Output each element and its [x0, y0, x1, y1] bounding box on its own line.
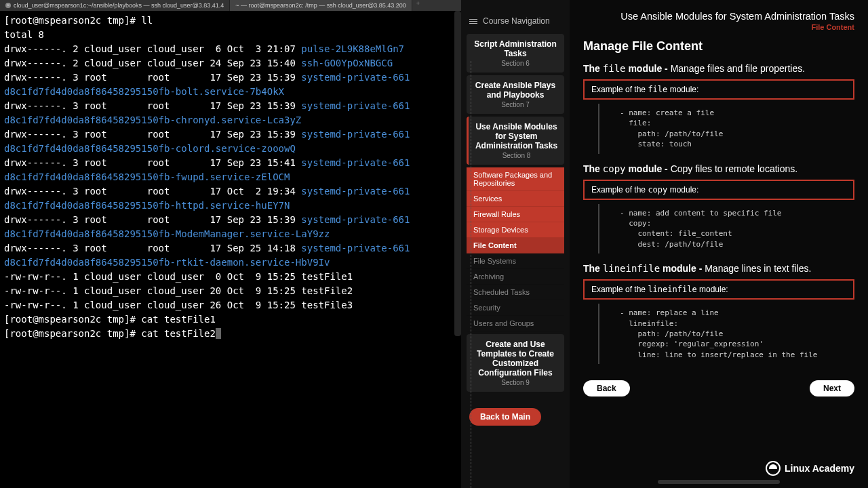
terminal-output-line: -rw-rw-r--. 1 cloud_user cloud_user 20 O…	[4, 284, 457, 298]
prompt: [root@mspearson2c tmp]#	[4, 314, 141, 325]
terminal-output-line: drwx------. 3 root root 17 Sep 23 15:39 …	[4, 213, 457, 227]
terminal-output-line: d8c1fd7fd4d0da8f86458295150fb-httpd.serv…	[4, 199, 457, 213]
brand-footer: Linux Academy	[766, 461, 854, 476]
section-sub: Section 7	[471, 101, 560, 108]
sidebar-item-packages[interactable]: Software Packages and Repositories	[467, 167, 564, 191]
module-description: The file module - Manage files and file …	[583, 63, 854, 74]
sidebar-item-filecontent[interactable]: File Content	[467, 238, 564, 253]
example-box: Example of the copy module:	[583, 180, 854, 200]
terminal-output-line: drwx------. 3 root root 17 Sep 23 15:39 …	[4, 99, 457, 113]
code-block: - name: add content to specific file cop…	[598, 204, 854, 254]
terminal-output-line: -rw-rw-r--. 1 cloud_user cloud_user 26 O…	[4, 298, 457, 312]
tab-bar: × cloud_user@mspearson1c:~/ansible/playb…	[0, 0, 461, 11]
course-pane: Course Navigation Script Administration …	[461, 0, 868, 488]
divider	[471, 61, 471, 488]
section-7[interactable]: Create Ansible Plays and Playbooks Secti…	[467, 75, 564, 114]
terminal-output-line: d8c1fd7fd4d0da8f86458295150fb-bolt.servi…	[4, 85, 457, 99]
sidebar-item-security[interactable]: Security	[467, 300, 564, 316]
terminal-pane: × cloud_user@mspearson1c:~/ansible/playb…	[0, 0, 461, 488]
nav-buttons: Back Next	[583, 380, 854, 396]
scrollbar[interactable]	[454, 11, 461, 336]
page-title: Use Ansible Modules for System Administr…	[583, 11, 854, 22]
content-area: Use Ansible Modules for System Administr…	[570, 0, 868, 488]
terminal-output-line: total 8	[4, 28, 457, 42]
section-6[interactable]: Script Administration Tasks Section 6	[467, 34, 564, 73]
terminal-output-line: d8c1fd7fd4d0da8f86458295150fb-rtkit-daem…	[4, 256, 457, 270]
section-sub: Section 6	[471, 60, 560, 67]
terminal-output-line: d8c1fd7fd4d0da8f86458295150fb-ModemManag…	[4, 227, 457, 241]
add-tab-button[interactable]: +	[412, 0, 424, 11]
terminal-output-line: drwx------. 2 cloud_user cloud_user 6 Oc…	[4, 42, 457, 56]
sidebar-item-firewall[interactable]: Firewall Rules	[467, 207, 564, 222]
tab-label: cloud_user@mspearson1c:~/ansible/playboo…	[14, 2, 224, 9]
brand-icon	[766, 461, 781, 476]
sidebar-item-services[interactable]: Services	[467, 191, 564, 207]
prompt: [root@mspearson2c tmp]#	[4, 328, 141, 339]
code-block: - name: replace a line lineinfile: path:…	[598, 304, 854, 364]
brand-label: Linux Academy	[785, 463, 854, 474]
terminal-output-line: drwx------. 3 root root 17 Sep 23 15:39 …	[4, 127, 457, 142]
code-block: - name: create a file file: path: /path/…	[598, 104, 854, 154]
sidebar-item-filesystems[interactable]: File Systems	[467, 253, 564, 269]
terminal-output-line: drwx------. 2 cloud_user cloud_user 24 S…	[4, 56, 457, 70]
prompt: [root@mspearson2c tmp]#	[4, 15, 141, 26]
sidebar-item-archiving[interactable]: Archiving	[467, 269, 564, 285]
course-nav-header[interactable]: Course Navigation	[461, 11, 570, 31]
terminal-output-line: d8c1fd7fd4d0da8f86458295150fb-fwupd.serv…	[4, 170, 457, 184]
page-subtitle: File Content	[583, 23, 854, 31]
section-8[interactable]: Use Ansible Modules for System Administr…	[467, 117, 564, 165]
section-title: Use Ansible Modules for System Administr…	[473, 122, 560, 150]
terminal-output-line: drwx------. 3 root root 17 Sep 25 14:18 …	[4, 241, 457, 256]
sub-items-upcoming: File Systems Archiving Scheduled Tasks S…	[467, 253, 564, 331]
terminal-output-line: d8c1fd7fd4d0da8f86458295150fb-chronyd.se…	[4, 113, 457, 127]
terminal-body[interactable]: [root@mspearson2c tmp]# ll total 8drwx--…	[0, 11, 461, 488]
content-heading: Manage File Content	[583, 39, 854, 54]
tab-label: ~ — root@mspearson2c: /tmp — ssh cloud_u…	[235, 2, 406, 9]
sidebar: Course Navigation Script Administration …	[461, 0, 570, 488]
command: cat testFile2	[141, 328, 216, 339]
close-icon[interactable]: ×	[5, 3, 11, 8]
example-box: Example of the file module:	[583, 79, 854, 100]
terminal-output-line: drwx------. 3 root root 17 Sep 23 15:39 …	[4, 70, 457, 85]
sidebar-item-storage[interactable]: Storage Devices	[467, 222, 564, 238]
section-sub: Section 8	[473, 152, 560, 159]
terminal-tab-1[interactable]: × cloud_user@mspearson1c:~/ansible/playb…	[0, 0, 230, 11]
terminal-output-line: drwx------. 3 root root 17 Sep 23 15:41 …	[4, 156, 457, 170]
terminal-tab-2[interactable]: ~ — root@mspearson2c: /tmp — ssh cloud_u…	[230, 0, 412, 11]
scrollbar[interactable]	[658, 480, 780, 484]
module-description: The copy module - Copy files to remote l…	[583, 163, 854, 174]
command: ll	[141, 15, 153, 26]
sub-items-completed: Software Packages and Repositories Servi…	[467, 167, 564, 253]
section-title: Create and Use Templates to Create Custo…	[471, 340, 560, 378]
example-box: Example of the lineinfile module:	[583, 279, 854, 300]
terminal-output-line: drwx------. 3 root root 17 Oct 2 19:34 s…	[4, 184, 457, 199]
section-title: Create Ansible Plays and Playbooks	[471, 81, 560, 100]
nav-header-label: Course Navigation	[483, 16, 550, 26]
section-sub: Section 9	[471, 379, 560, 386]
terminal-output-line: d8c1fd7fd4d0da8f86458295150fb-colord.ser…	[4, 142, 457, 156]
list-icon	[469, 18, 477, 25]
command: cat testFile1	[141, 314, 216, 325]
next-button[interactable]: Next	[810, 380, 854, 396]
terminal-output-line: -rw-rw-r--. 1 cloud_user cloud_user 0 Oc…	[4, 270, 457, 284]
section-9[interactable]: Create and Use Templates to Create Custo…	[467, 334, 564, 392]
back-button[interactable]: Back	[583, 380, 630, 396]
module-description: The lineinfile module - Manage lines in …	[583, 263, 854, 274]
section-title: Script Administration Tasks	[471, 39, 560, 58]
sidebar-item-users[interactable]: Users and Groups	[467, 316, 564, 331]
sidebar-item-scheduled[interactable]: Scheduled Tasks	[467, 285, 564, 300]
back-to-main-button[interactable]: Back to Main	[469, 408, 541, 426]
